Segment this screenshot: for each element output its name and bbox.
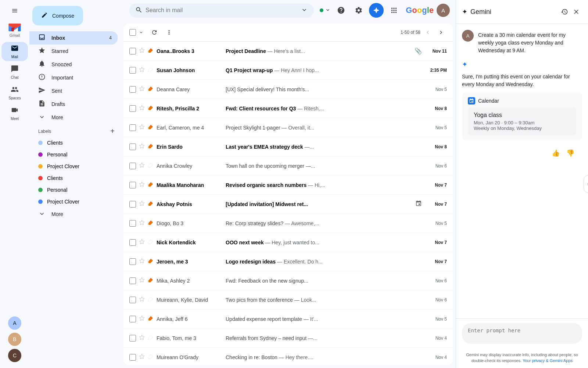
thumbs-down-button[interactable]: 👎	[564, 147, 576, 159]
more-options-button[interactable]	[163, 26, 175, 38]
star-icon[interactable]	[139, 162, 145, 170]
star-icon[interactable]	[139, 239, 145, 246]
search-input[interactable]	[146, 7, 298, 14]
email-checkbox[interactable]	[129, 277, 136, 284]
thumbs-up-button[interactable]: 👍	[550, 147, 562, 159]
star-icon[interactable]	[139, 315, 145, 323]
star-icon[interactable]	[139, 124, 145, 131]
nav-item-spaces[interactable]: Spaces	[1, 83, 28, 102]
email-row[interactable]: Earl, Cameron, me 4 Project Skylight 1-p…	[123, 118, 453, 137]
star-icon[interactable]	[139, 335, 145, 342]
email-row[interactable]: Susan Johnson Q1 Project wrap-up — Hey A…	[123, 61, 453, 80]
avatar-2[interactable]: B	[8, 333, 21, 346]
email-row[interactable]: Akshay Potnis [Updated invitation] Midwe…	[123, 195, 453, 214]
star-icon[interactable]	[139, 277, 145, 284]
email-row[interactable]: Mika, Ashley 2 Fwd: Feedback on the new …	[123, 271, 453, 290]
sidebar-item-sent[interactable]: Sent	[29, 84, 118, 98]
email-checkbox[interactable]	[129, 48, 136, 54]
email-checkbox[interactable]	[129, 201, 136, 208]
email-row[interactable]: Annika, Jeff 6 Updated expense report te…	[123, 309, 453, 329]
email-row[interactable]: Maalika Manoharan Revised organic search…	[123, 176, 453, 195]
user-avatar[interactable]: A	[437, 4, 450, 17]
email-row[interactable]: Erin Sardo Last year's EMEA strategy dec…	[123, 137, 453, 156]
sidebar-item-starred[interactable]: Starred	[29, 45, 118, 58]
avatar-1[interactable]: A	[8, 316, 21, 330]
yoga-event-card[interactable]: Yoga class Mon, Jan 20 · 9:00 – 9:30am W…	[468, 107, 576, 135]
email-checkbox[interactable]	[129, 182, 136, 188]
chevron-down-search-icon[interactable]	[301, 6, 308, 15]
email-checkbox[interactable]	[129, 67, 136, 74]
add-label-icon[interactable]: +	[110, 127, 115, 135]
nav-item-mail[interactable]: Mail	[1, 42, 28, 61]
apps-button[interactable]	[387, 3, 401, 18]
sidebar-item-important[interactable]: Important	[29, 71, 118, 84]
email-checkbox[interactable]	[129, 335, 136, 342]
compose-button[interactable]: Compose	[32, 6, 83, 25]
gemini-button[interactable]	[369, 3, 384, 18]
hamburger-menu[interactable]	[7, 3, 22, 20]
star-icon[interactable]	[139, 296, 145, 304]
label-personal-2[interactable]: Personal	[38, 184, 109, 196]
star-icon[interactable]	[139, 86, 145, 93]
google-logo[interactable]: G o o g l e	[406, 6, 434, 15]
select-all-checkbox[interactable]	[129, 29, 136, 36]
star-icon[interactable]	[139, 67, 145, 74]
star-icon[interactable]	[139, 258, 145, 265]
select-dropdown-button[interactable]	[137, 28, 146, 37]
star-icon[interactable]	[139, 105, 145, 112]
email-row[interactable]: Annika Crowley Town hall on the upcoming…	[123, 156, 453, 176]
star-icon[interactable]	[139, 201, 145, 208]
star-icon[interactable]	[139, 354, 145, 361]
next-page-button[interactable]	[435, 26, 447, 38]
email-checkbox[interactable]	[129, 86, 136, 93]
gemini-prompt-input[interactable]	[462, 323, 582, 344]
gemini-collapse-button[interactable]: ›	[584, 175, 588, 193]
sidebar-item-inbox[interactable]: Inbox 4	[29, 31, 118, 45]
gemini-history-button[interactable]	[559, 6, 570, 18]
email-checkbox[interactable]	[129, 354, 136, 361]
email-checkbox[interactable]	[129, 316, 136, 322]
star-icon[interactable]	[139, 47, 145, 55]
star-icon[interactable]	[139, 220, 145, 227]
email-checkbox[interactable]	[129, 258, 136, 265]
email-checkbox[interactable]	[129, 297, 136, 303]
more-nav-item[interactable]: More	[29, 111, 118, 124]
avatar-3[interactable]: C	[8, 349, 21, 362]
email-row[interactable]: Jeroen, me 3 Logo redesign ideas — Excel…	[123, 252, 453, 271]
refresh-button[interactable]	[148, 26, 160, 38]
star-icon[interactable]	[139, 143, 145, 151]
gemini-privacy-link[interactable]: Your privacy & Gemini Apps	[523, 358, 573, 363]
status-indicator[interactable]	[320, 7, 331, 14]
email-checkbox[interactable]	[129, 163, 136, 169]
email-checkbox[interactable]	[129, 124, 136, 131]
label-personal-1[interactable]: Personal	[38, 149, 109, 160]
email-row[interactable]: Ritesh, Priscilla 2 Fwd: Client resource…	[123, 99, 453, 118]
search-bar[interactable]	[129, 3, 314, 18]
email-checkbox[interactable]	[129, 220, 136, 227]
email-row[interactable]: Deanna Carey [UX] Special delivery! This…	[123, 80, 453, 99]
nav-item-chat[interactable]: Chat	[1, 63, 28, 82]
email-checkbox[interactable]	[129, 239, 136, 246]
email-row[interactable]: Oana..Brooks 3 Project Deadline — Here's…	[123, 42, 453, 61]
label-project-clover-1[interactable]: Project Clover	[38, 160, 109, 172]
label-clients-1[interactable]: Clients	[38, 137, 109, 149]
email-row[interactable]: Fabio, Tom, me 3 Referrals from Sydney –…	[123, 329, 453, 348]
label-clients-2[interactable]: Clients	[38, 172, 109, 184]
email-row[interactable]: Diogo, Bo 3 Re: Corp strategy slides? — …	[123, 214, 453, 233]
star-icon[interactable]	[139, 181, 145, 189]
email-row[interactable]: Muireann, Kylie, David Two pics from the…	[123, 290, 453, 309]
gmail-logo[interactable]: Gmail	[8, 22, 21, 38]
email-checkbox[interactable]	[129, 144, 136, 150]
nav-item-meet[interactable]: Meet	[1, 104, 28, 123]
help-button[interactable]	[334, 3, 348, 18]
gemini-close-button[interactable]	[570, 6, 582, 18]
email-row[interactable]: Nick Kortendick OOO next week — Hey, jus…	[123, 233, 453, 252]
prev-page-button[interactable]	[422, 26, 434, 38]
labels-more-item[interactable]: More	[38, 208, 109, 221]
label-project-clover-2[interactable]: Project Clover	[38, 196, 109, 208]
settings-button[interactable]	[351, 3, 366, 18]
sidebar-item-drafts[interactable]: Drafts	[29, 98, 118, 111]
email-checkbox[interactable]	[129, 105, 136, 112]
sidebar-item-snoozed[interactable]: Snoozed	[29, 58, 118, 71]
email-row[interactable]: Muireann O'Grady Checking in re: Boston …	[123, 348, 453, 365]
